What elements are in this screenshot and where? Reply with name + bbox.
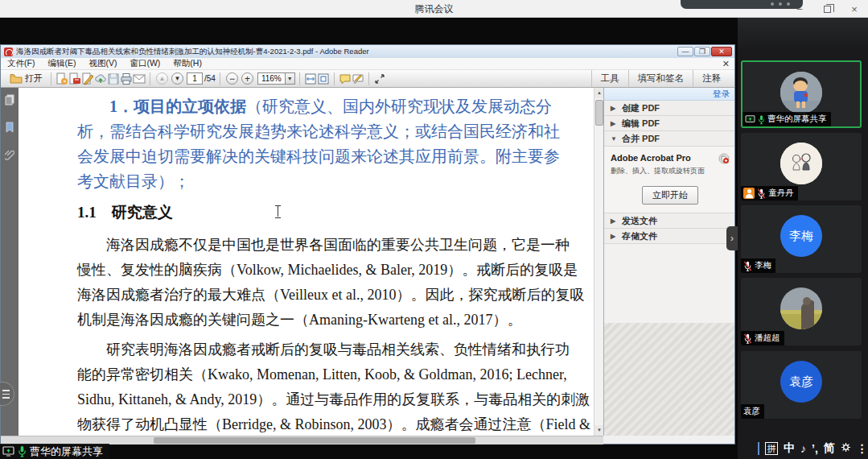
previous-page-icon[interactable]: ▲ [156, 72, 168, 85]
zoom-in-icon[interactable]: + [241, 72, 253, 85]
open-button[interactable]: 打开 [6, 71, 47, 87]
store-files-section[interactable]: ▶ 存储文件 [604, 229, 734, 244]
acrobat-pro-description: 删除、插入、提取或旋转页面 [611, 166, 730, 176]
participant-name: 袁彦 [743, 406, 760, 417]
participant-tile[interactable]: 李梅 李梅 [741, 205, 862, 273]
screen-share-icon [745, 115, 755, 124]
acrobat-pro-title: Adobe Acrobat Pro [611, 153, 730, 163]
close-button[interactable]: × [847, 2, 862, 15]
tab-fill-sign[interactable]: 填写和签名 [628, 70, 693, 87]
paragraph-1: 海洛因成瘾不仅是中国也是世界各国面临的重要公共卫生问题，它是一种 慢性、复发性的… [77, 233, 565, 333]
menu-file[interactable]: 文件(F) [1, 58, 41, 69]
share-status-text: 曹华的屏幕共享 [30, 445, 103, 459]
triangle-right-icon: ▶ [611, 105, 617, 112]
save-icon[interactable] [107, 72, 120, 85]
participants-panel: 曹华的屏幕共享 童丹丹 李梅 李梅 潘超超 [738, 18, 868, 459]
zoom-out-icon[interactable]: − [226, 72, 238, 85]
triangle-right-icon: ▶ [611, 217, 617, 225]
ime-more-icon[interactable]: ⋮ [857, 442, 868, 455]
participant-tile[interactable]: 曹华的屏幕共享 [741, 60, 862, 128]
microphone-muted-icon [743, 261, 752, 271]
sign-pen-icon[interactable] [81, 72, 94, 85]
chevron-down-icon[interactable]: ▼ [285, 73, 294, 84]
participant-tile[interactable]: 袁彦 袁彦 [741, 351, 862, 419]
triangle-right-icon: ▶ [611, 233, 617, 240]
avatar-initials: 李梅 [789, 229, 813, 244]
menu-window[interactable]: 窗口(W) [123, 58, 167, 69]
zoom-level-value: 116% [258, 74, 285, 83]
member-badge-icon [743, 188, 755, 199]
ime-language-mode[interactable]: 中 [784, 441, 795, 456]
comment-bubble-icon[interactable] [339, 72, 352, 85]
ime-pinyin-icon[interactable]: 拼 [765, 442, 778, 455]
fullscreen-icon[interactable] [373, 72, 386, 85]
screen-share-view: 海洛因戒断者对阈下毒品相关线索和负性情绪刺激加工的认知神经机制-曹4-2021-… [0, 18, 738, 459]
create-pdf-section[interactable]: ▶ 创建 PDF [604, 101, 734, 116]
next-page-icon[interactable]: ▼ [171, 72, 183, 85]
close-document-icon[interactable]: ✕ [722, 59, 730, 69]
input-method-bar[interactable]: 拼 中 ♪ ’, 简 ⋮ [758, 440, 868, 457]
sign-in-link[interactable]: 登录 [713, 89, 730, 100]
avatar: 李梅 [780, 215, 822, 257]
page-thumbnails-icon[interactable] [4, 94, 15, 109]
participant-tile[interactable]: 童丹丹 [741, 133, 862, 201]
bookmarks-icon[interactable] [5, 122, 14, 136]
avatar-initials: 袁彦 [789, 374, 813, 390]
annotate-icon[interactable] [352, 72, 364, 85]
page-total-label: /54 [204, 74, 216, 83]
edit-pdf-section[interactable]: ▶ 编辑 PDF [604, 116, 734, 131]
merge-pdf-section[interactable]: ▼ 合并 PDF [604, 131, 734, 147]
adobe-toolbar: 打开 ▲ ▼ [1, 70, 734, 88]
avatar: 袁彦 [780, 361, 822, 403]
menu-view[interactable]: 视图(V) [82, 58, 123, 69]
participant-tile[interactable]: 潘超超 [741, 278, 862, 345]
pdf-convert-icon[interactable] [68, 72, 81, 85]
open-label: 打开 [25, 72, 43, 85]
scrollbar-thumb[interactable] [595, 100, 603, 126]
section-heading: 1.1 研究意义 [77, 202, 565, 223]
ime-sound-icon[interactable]: ♪ [800, 442, 806, 455]
share-status-label: 曹华的屏幕共享 [0, 444, 109, 459]
adobe-reader-window: 海洛因戒断者对阈下毒品相关线索和负性情绪刺激加工的认知神经机制-曹4-2021-… [0, 44, 735, 445]
microphone-on-icon [758, 114, 765, 125]
screen-share-icon [2, 446, 14, 457]
ime-toolbox-icon[interactable] [841, 441, 851, 456]
adobe-window-title: 海洛因戒断者对阈下毒品相关线索和负性情绪刺激加工的认知神经机制-曹4-2021-… [16, 47, 369, 57]
adobe-minimize-button[interactable]: — [677, 47, 693, 56]
pdf-text-content: 1．项目的立项依据（研究意义、国内外研究现状及发展动态分 析，需结合科学研究发展… [19, 88, 594, 436]
menu-edit[interactable]: 编辑(E) [41, 58, 82, 69]
vertical-scrollbar[interactable]: ▲ ▼ [594, 88, 603, 436]
start-now-button[interactable]: 立即开始 [642, 186, 698, 205]
ime-edge [758, 442, 759, 455]
pdf-page[interactable]: 1．项目的立项依据（研究意义、国内外研究现状及发展动态分 析，需结合科学研究发展… [19, 88, 594, 436]
adobe-titlebar[interactable]: 海洛因戒断者对阈下毒品相关线索和负性情绪刺激加工的认知神经机制-曹4-2021-… [1, 45, 734, 58]
print-icon[interactable] [120, 72, 133, 85]
scrollbar-thumb[interactable] [154, 437, 475, 444]
ime-simplified-mode[interactable]: 简 [824, 441, 835, 456]
collapse-panel-handle[interactable]: › [726, 226, 738, 250]
tab-tools[interactable]: 工具 [591, 70, 628, 87]
send-files-section[interactable]: ▶ 发送文件 [604, 213, 734, 229]
merge-pdf-content: Adobe Acrobat Pro 删除、插入、提取或旋转页面 立即开始 [604, 147, 734, 213]
adobe-reader-icon [4, 48, 13, 56]
share-document-icon[interactable] [56, 72, 68, 85]
tab-comment[interactable]: 注释 [693, 70, 730, 87]
zoom-level-select[interactable]: 116% ▼ [257, 72, 295, 85]
intro-lead: 1．项目的立项依据 [109, 97, 246, 115]
floating-control-bar[interactable] [681, 0, 803, 9]
adobe-close-button[interactable]: ✕ [711, 47, 732, 56]
fit-width-icon[interactable] [304, 72, 317, 85]
participant-name: 潘超超 [755, 333, 780, 344]
avatar [780, 143, 822, 184]
restore-button[interactable] [820, 2, 834, 15]
menu-help[interactable]: 帮助(H) [167, 58, 208, 69]
minimize-button[interactable]: − [792, 2, 807, 15]
adobe-restore-button[interactable]: ❐ [694, 47, 710, 56]
email-icon[interactable] [133, 72, 146, 85]
ime-punctuation-mode[interactable]: ’, [812, 442, 818, 455]
microphone-on-icon [18, 445, 27, 457]
attachments-icon[interactable] [5, 149, 14, 163]
fit-page-icon[interactable] [317, 72, 330, 85]
cloud-upload-icon[interactable] [94, 72, 107, 85]
page-number-input[interactable]: 1 [187, 72, 203, 85]
